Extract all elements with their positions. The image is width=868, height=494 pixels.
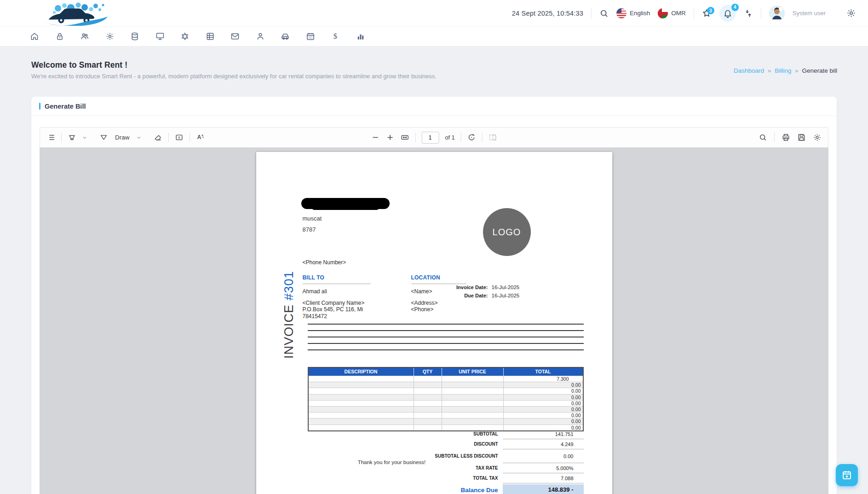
settings-icon[interactable] <box>105 32 115 41</box>
zoom-in-icon[interactable] <box>385 133 394 142</box>
toolbar-center-group: of 1 <box>371 132 497 144</box>
exit-fullscreen-icon[interactable] <box>744 9 753 18</box>
viewer-settings-icon[interactable] <box>813 133 822 142</box>
customers-icon[interactable] <box>256 32 265 41</box>
due-date-label: Due Date: <box>453 293 488 299</box>
breadcrumb-current: Generate bill <box>802 67 837 74</box>
calendar-icon[interactable] <box>306 32 315 41</box>
vehicles-icon[interactable] <box>281 32 290 41</box>
module-navbar: $ <box>0 26 868 46</box>
ruled-line <box>308 337 584 337</box>
alerts-icon[interactable] <box>180 32 190 41</box>
breadcrumb-billing[interactable]: Billing <box>775 67 791 74</box>
top-header: 24 Sept 2025, 10:54:33 English OMR 3 <box>0 0 868 26</box>
col-description: DESCRIPTION <box>309 368 414 376</box>
notifications-button[interactable]: 4 <box>719 5 736 22</box>
divider <box>482 133 483 142</box>
settings-gear-icon[interactable] <box>846 8 856 18</box>
free-text-annotation-icon[interactable]: A <box>196 133 205 142</box>
redacted-company-name <box>301 198 390 209</box>
svg-text:$: $ <box>333 32 337 41</box>
new-booking-fab[interactable] <box>836 464 858 486</box>
invoice-items-table: DESCRIPTION QTY UNIT PRICE TOTAL 7.300 0… <box>308 367 584 431</box>
currency-selector[interactable]: OMR <box>658 8 686 18</box>
breadcrumb-separator: » <box>795 67 798 74</box>
subtotal-less-discount-label: SUBTOTAL LESS DISCOUNT <box>422 453 503 459</box>
ruled-line <box>308 349 584 350</box>
toolbar-left-group: Draw T A <box>46 133 205 142</box>
team-icon[interactable] <box>80 32 89 41</box>
page-count-label: of 1 <box>445 134 455 141</box>
lock-icon[interactable] <box>55 32 64 41</box>
reports-icon[interactable] <box>356 32 365 41</box>
finance-icon[interactable]: $ <box>331 32 340 41</box>
user-avatar[interactable] <box>769 6 785 21</box>
table-row: 7.300 <box>309 376 583 382</box>
search-icon[interactable] <box>599 9 609 18</box>
col-unit-price: UNIT PRICE <box>442 368 504 376</box>
bell-icon <box>723 9 732 18</box>
table-row: 0.00 <box>309 412 583 418</box>
toolbar-right-group <box>759 133 822 142</box>
language-selector[interactable]: English <box>616 8 650 18</box>
welcome-block: Welcome to Smart Rent ! We're excited to… <box>31 60 437 80</box>
card-header: Generate Bill <box>31 97 837 116</box>
discount-value: 4.249 <box>503 439 584 449</box>
workstation-icon[interactable] <box>155 32 165 41</box>
currency-label: OMR <box>671 10 686 17</box>
company-logo-placeholder: LOGO <box>483 208 531 256</box>
total-tax-value: 7.088 <box>503 473 584 483</box>
tax-rate-label: TAX RATE <box>422 465 503 471</box>
text-box-icon[interactable]: T <box>175 133 184 142</box>
balance-due-row: Balance Due 148.839 - <box>422 484 584 494</box>
language-label: English <box>630 10 650 17</box>
document-search-icon[interactable] <box>759 133 767 142</box>
rotate-icon[interactable] <box>467 133 476 142</box>
card-title: Generate Bill <box>45 103 86 110</box>
bill-to-name: Ahmad ali <box>303 288 327 295</box>
save-icon[interactable] <box>797 133 806 142</box>
zoom-out-icon[interactable] <box>371 133 379 142</box>
highlighter-icon[interactable] <box>68 133 76 142</box>
total-tax-label: TOTAL TAX <box>422 476 503 481</box>
divider <box>61 133 62 142</box>
due-date-value: 16-Jul-2025 <box>488 293 520 298</box>
oman-flag-icon <box>658 8 668 18</box>
favorites-button[interactable]: 3 <box>702 8 712 18</box>
database-icon[interactable] <box>130 32 139 41</box>
records-icon[interactable] <box>206 32 215 41</box>
chevron-down-icon[interactable] <box>82 135 87 140</box>
page-number-input[interactable] <box>421 132 439 144</box>
table-row: 0.00 <box>309 382 583 388</box>
bill-to-address: P.O.Box 545, PC 116, Mi <box>303 306 384 313</box>
pdf-toolbar: Draw T A of 1 <box>40 127 828 148</box>
divider <box>761 8 761 19</box>
subtotal-less-discount-value: 0.00 <box>503 449 584 463</box>
table-row: 0.00 <box>309 388 583 394</box>
page-title: Welcome to Smart Rent ! <box>31 60 437 70</box>
divider <box>461 133 461 142</box>
invoice-city: muscat <box>303 215 322 222</box>
pdf-canvas-area[interactable]: muscat 8787 LOGO INVOICE #301 <Phone Num… <box>40 148 828 494</box>
print-icon[interactable] <box>782 133 790 142</box>
mail-icon[interactable] <box>230 32 240 41</box>
page-subtitle: We're excited to introduce Smart Rent - … <box>31 73 437 80</box>
location-phone: <Phone> <box>411 306 434 313</box>
subtotal-value: 141.751 <box>503 429 584 439</box>
sidebar-toggle-icon[interactable] <box>46 133 55 142</box>
bill-to-heading: BILL TO <box>303 274 325 281</box>
divider <box>411 284 466 284</box>
chevron-down-icon[interactable] <box>137 135 141 140</box>
user-name-label: System user <box>793 10 826 17</box>
eraser-icon[interactable] <box>154 133 162 142</box>
location-heading: LOCATION <box>411 274 440 281</box>
draw-pen-icon[interactable] <box>99 133 108 142</box>
col-total: TOTAL <box>504 368 583 376</box>
ruled-line <box>308 330 584 331</box>
balance-due-label: Balance Due <box>422 487 503 494</box>
home-icon[interactable] <box>30 32 39 41</box>
us-flag-icon <box>616 8 627 18</box>
smart-rent-logo[interactable] <box>40 1 114 26</box>
breadcrumb-dashboard[interactable]: Dashboard <box>734 67 764 74</box>
fit-width-icon[interactable] <box>400 133 409 142</box>
